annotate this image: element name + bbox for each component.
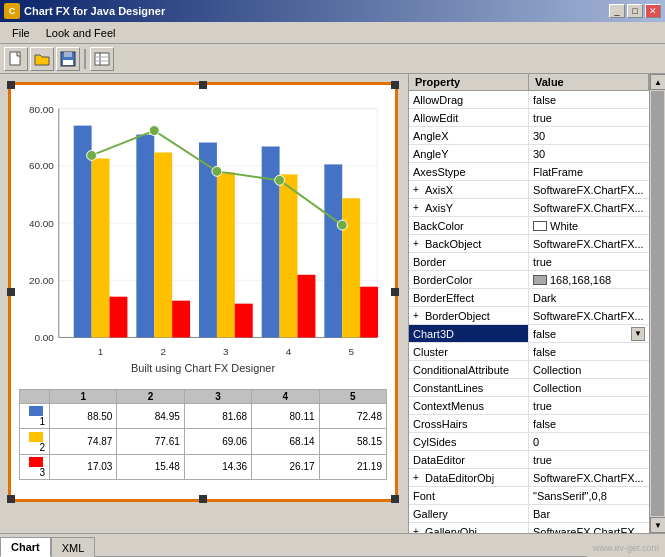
table-cell: 74.87	[50, 429, 117, 454]
props-scroll[interactable]: AllowDragfalseAllowEdittrueAngleX30Angle…	[409, 91, 649, 533]
scrollbar[interactable]: ▲ ▼	[649, 74, 665, 533]
prop-expand-icon[interactable]: +	[413, 526, 425, 533]
resize-handle-mr[interactable]	[391, 288, 399, 296]
prop-row[interactable]: Chart3Dfalse▼	[409, 325, 649, 343]
prop-name: AngleY	[409, 145, 529, 162]
prop-row[interactable]: +BorderObjectSoftwareFX.ChartFX...	[409, 307, 649, 325]
prop-value: Collection	[529, 379, 649, 396]
prop-name: AllowDrag	[409, 91, 529, 108]
resize-handle-br[interactable]	[391, 495, 399, 503]
prop-row[interactable]: BorderColor168,168,168	[409, 271, 649, 289]
prop-col-value: Value	[529, 74, 649, 90]
prop-row[interactable]: AngleY30	[409, 145, 649, 163]
prop-row[interactable]: +AxisYSoftwareFX.ChartFX...	[409, 199, 649, 217]
table-cell: 15.48	[117, 454, 184, 479]
svg-rect-34	[342, 198, 360, 337]
svg-text:40.00: 40.00	[29, 218, 54, 229]
resize-handle-bl[interactable]	[7, 495, 15, 503]
prop-row[interactable]: +BackObjectSoftwareFX.ChartFX...	[409, 235, 649, 253]
table-row: 317.0315.4814.3626.1721.19	[20, 454, 387, 479]
close-button[interactable]: ✕	[645, 4, 661, 18]
prop-row[interactable]: Font"SansSerif",0,8	[409, 487, 649, 505]
prop-name: DataEditor	[409, 451, 529, 468]
menu-bar: File Look and Feel	[0, 22, 665, 44]
save-button[interactable]	[56, 47, 80, 71]
prop-row[interactable]: ContextMenustrue	[409, 397, 649, 415]
prop-value: FlatFrame	[529, 163, 649, 180]
tab-chart[interactable]: Chart	[0, 537, 51, 557]
prop-name: ConstantLines	[409, 379, 529, 396]
color-swatch	[533, 275, 547, 285]
prop-expand-icon[interactable]: +	[413, 472, 425, 483]
table-cell: 14.36	[184, 454, 251, 479]
resize-handle-tr[interactable]	[391, 81, 399, 89]
table-cell: 21.19	[319, 454, 386, 479]
prop-row[interactable]: AllowEdittrue	[409, 109, 649, 127]
svg-rect-33	[324, 164, 342, 337]
svg-text:0.00: 0.00	[34, 332, 54, 343]
prop-row[interactable]: CrossHairsfalse	[409, 415, 649, 433]
resize-handle-tm[interactable]	[199, 81, 207, 89]
svg-text:20.00: 20.00	[29, 275, 54, 286]
scroll-thumb[interactable]	[651, 91, 664, 516]
prop-value: SoftwareFX.ChartFX...	[529, 469, 649, 486]
svg-rect-29	[235, 304, 253, 338]
prop-name: ConditionalAttribute	[409, 361, 529, 378]
title-bar: C Chart FX for Java Designer _ □ ✕	[0, 0, 665, 22]
prop-name: +DataEditorObj	[409, 469, 529, 486]
prop-row[interactable]: Bordertrue	[409, 253, 649, 271]
prop-name: Gallery	[409, 505, 529, 522]
prop-row[interactable]: Clusterfalse	[409, 343, 649, 361]
prop-row[interactable]: AxesStypeFlatFrame	[409, 163, 649, 181]
menu-file[interactable]: File	[4, 25, 38, 41]
prop-name: BorderEffect	[409, 289, 529, 306]
minimize-button[interactable]: _	[609, 4, 625, 18]
svg-point-36	[87, 150, 97, 160]
prop-row[interactable]: BorderEffectDark	[409, 289, 649, 307]
prop-row[interactable]: +AxisXSoftwareFX.ChartFX...	[409, 181, 649, 199]
scroll-up-arrow[interactable]: ▲	[650, 74, 665, 90]
prop-row[interactable]: AngleX30	[409, 127, 649, 145]
menu-look-and-feel[interactable]: Look and Feel	[38, 25, 124, 41]
svg-point-38	[212, 166, 222, 176]
table-header-5: 5	[319, 390, 386, 404]
prop-dropdown[interactable]: false▼	[533, 327, 645, 341]
prop-row[interactable]: BackColorWhite	[409, 217, 649, 235]
prop-row[interactable]: +GalleryObjSoftwareFX.ChartFX...	[409, 523, 649, 533]
prop-expand-icon[interactable]: +	[413, 202, 425, 213]
prop-row[interactable]: GalleryBar	[409, 505, 649, 523]
prop-expand-icon[interactable]: +	[413, 238, 425, 249]
prop-expand-icon[interactable]: +	[413, 184, 425, 195]
prop-name: +BackObject	[409, 235, 529, 252]
dropdown-arrow-icon[interactable]: ▼	[631, 327, 645, 341]
prop-value[interactable]: false▼	[529, 325, 649, 342]
tab-xml[interactable]: XML	[51, 537, 96, 557]
prop-value: 30	[529, 127, 649, 144]
resize-handle-bm[interactable]	[199, 495, 207, 503]
svg-rect-2	[64, 52, 72, 57]
resize-handle-ml[interactable]	[7, 288, 15, 296]
toolbar	[0, 44, 665, 74]
window-title: Chart FX for Java Designer	[24, 5, 165, 17]
svg-rect-31	[280, 174, 298, 337]
prop-name: +AxisY	[409, 199, 529, 216]
scroll-down-arrow[interactable]: ▼	[650, 517, 665, 533]
table-legend-cell: 1	[20, 404, 50, 429]
prop-row[interactable]: DataEditortrue	[409, 451, 649, 469]
new-button[interactable]	[4, 47, 28, 71]
prop-name: Border	[409, 253, 529, 270]
prop-value: false	[529, 415, 649, 432]
resize-handle-tl[interactable]	[7, 81, 15, 89]
open-button[interactable]	[30, 47, 54, 71]
prop-name: BorderColor	[409, 271, 529, 288]
properties-button[interactable]	[90, 47, 114, 71]
prop-row[interactable]: AllowDragfalse	[409, 91, 649, 109]
prop-row[interactable]: CylSides0	[409, 433, 649, 451]
prop-row[interactable]: ConditionalAttributeCollection	[409, 361, 649, 379]
prop-row[interactable]: ConstantLinesCollection	[409, 379, 649, 397]
svg-point-39	[275, 175, 285, 185]
prop-expand-icon[interactable]: +	[413, 310, 425, 321]
maximize-button[interactable]: □	[627, 4, 643, 18]
prop-row[interactable]: +DataEditorObjSoftwareFX.ChartFX...	[409, 469, 649, 487]
table-cell: 17.03	[50, 454, 117, 479]
